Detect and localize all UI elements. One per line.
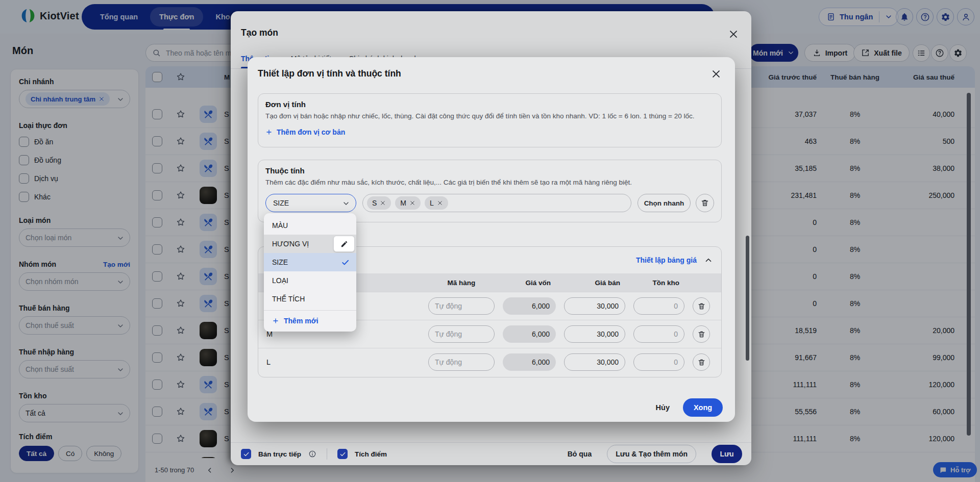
units-section-description: Tạo đơn vị bán hoặc nhập như chiếc, lốc,… [265,112,714,120]
variant-cost-input[interactable] [503,297,556,315]
attribute-dropdown-menu: MÀU HƯƠNG VỊ SIZE LOẠI THỂ TÍCH [264,213,356,332]
attribute-row: SIZE S M L Chọn nhanh [265,194,714,212]
chevron-up-icon [704,256,713,265]
close-icon [710,68,722,80]
variant-cost-input[interactable] [503,325,556,343]
variant-stock-input[interactable] [633,353,684,371]
plus-icon [265,129,273,136]
variant-code-input[interactable] [428,353,495,371]
check-icon [341,258,350,267]
variant-stock-input[interactable] [633,325,684,343]
attributes-section-description: Thêm các đặc điểm như màu sắc, kích thướ… [265,179,714,186]
units-section: Đơn vị tính Tạo đơn vị bán hoặc nhập như… [258,93,722,147]
quick-select-button[interactable]: Chọn nhanh [638,194,691,212]
trash-icon [697,358,706,367]
delete-variant-button[interactable] [693,325,710,343]
units-modal-close-button[interactable] [710,68,722,80]
plus-icon [272,317,279,324]
variant-price-input[interactable] [564,353,625,371]
variant-price-input[interactable] [564,325,625,343]
add-new-attribute-button[interactable]: Thêm mới [264,310,356,331]
units-section-title: Đơn vị tính [265,100,714,109]
delete-attribute-button[interactable] [696,194,714,212]
code-column-header: Mã hàng [448,279,476,287]
units-modal-title: Thiết lập đơn vị tính và thuộc tính [258,68,401,79]
app-root: KiotViet Tổng quanThực đơnKho hàngPh Thu… [0,0,980,482]
attribute-option[interactable]: SIZE [264,253,356,271]
attribute-option[interactable]: MÀU [264,216,356,235]
trash-icon [697,330,706,339]
cancel-button[interactable]: Hủy [656,403,670,412]
variant-price-input[interactable] [564,297,625,315]
attribute-options: MÀU HƯƠNG VỊ SIZE LOẠI THỂ TÍCH [264,216,356,308]
attribute-values-input[interactable]: S M L [362,194,631,212]
close-icon [437,200,443,206]
cost-column-header: Giá vốn [525,279,556,287]
variant-code-input[interactable] [428,297,495,315]
attribute-value-chip[interactable]: S [367,196,391,210]
close-icon [380,200,386,206]
price-table-setup-link[interactable]: Thiết lập bảng giá [636,256,697,264]
pencil-icon [340,240,348,248]
close-icon [409,200,415,206]
trash-icon [700,198,709,208]
attribute-select[interactable]: SIZE [265,194,356,212]
variant-row: L [258,348,721,376]
variant-code-input[interactable] [428,325,495,343]
add-base-unit-link[interactable]: Thêm đơn vị cơ bản [265,128,714,136]
attribute-option[interactable]: THỂ TÍCH [264,290,356,308]
attribute-value-chip[interactable]: M [395,196,421,210]
variant-label: L [266,358,420,366]
edit-attribute-button[interactable] [333,236,355,252]
remove-value-button[interactable] [409,200,415,206]
delete-variant-button[interactable] [693,297,710,315]
units-modal-footer: Hủy Xong [656,398,723,417]
attribute-option[interactable]: LOẠI [264,271,356,290]
delete-variant-button[interactable] [693,353,710,371]
remove-value-button[interactable] [380,200,386,206]
selected-check [341,258,350,267]
price-column-header: Giá bán [595,279,625,287]
attribute-value-chip[interactable]: L [425,196,448,210]
variant-stock-input[interactable] [633,297,684,315]
done-button[interactable]: Xong [683,398,723,417]
trash-icon [697,302,706,311]
chevron-down-icon [342,199,350,208]
stock-column-header: Tồn kho [653,279,685,287]
remove-value-button[interactable] [437,200,443,206]
attributes-section-title: Thuộc tính [265,166,714,175]
collapse-button[interactable] [704,256,713,265]
attribute-option[interactable]: HƯƠNG VỊ [264,235,356,253]
variant-cost-input[interactable] [503,353,556,371]
